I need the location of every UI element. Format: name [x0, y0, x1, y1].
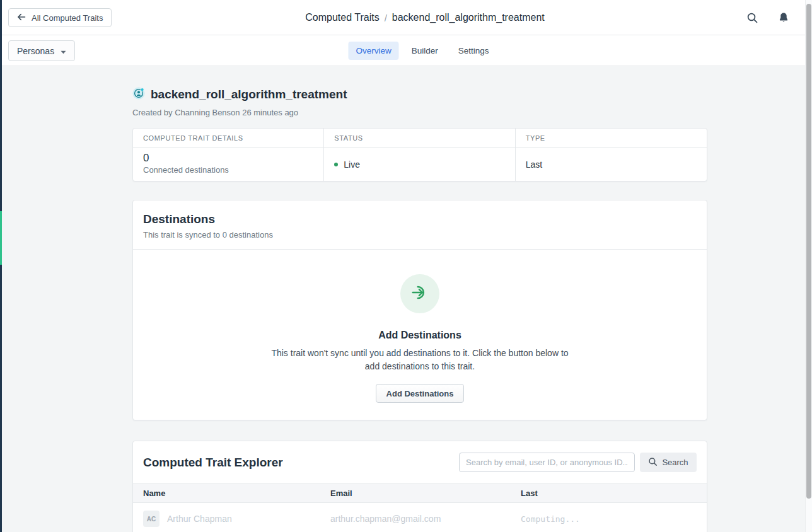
app-window: All Computed Traits Computed Traits / ba… [0, 0, 812, 532]
notifications-bell-icon[interactable] [777, 11, 790, 24]
column-header-last: Last [521, 489, 707, 498]
computed-trait-icon [132, 87, 145, 102]
breadcrumb-separator: / [385, 13, 387, 23]
tab-builder[interactable]: Builder [404, 42, 446, 60]
search-icon[interactable] [746, 11, 758, 24]
explorer-table-header: Name Email Last [133, 483, 707, 503]
tab-overview[interactable]: Overview [348, 42, 398, 60]
explorer-search-input[interactable] [459, 453, 635, 472]
empty-state-heading: Add Destinations [133, 330, 707, 341]
avatar: AC [143, 511, 160, 527]
trait-header: backend_roll_algorithm_treatment [132, 87, 707, 102]
top-bar: All Computed Traits Computed Traits / ba… [2, 0, 805, 35]
table-row[interactable]: AC Arthur Chapman arthur.chapman@gmail.c… [133, 503, 707, 532]
explorer-search-button[interactable]: Search [640, 453, 697, 472]
row-last-value: Computing... [521, 514, 707, 524]
back-to-all-computed-traits-button[interactable]: All Computed Traits [8, 8, 112, 27]
add-destinations-button[interactable]: Add Destinations [376, 384, 465, 403]
personas-workspace-dropdown[interactable]: Personas [8, 40, 75, 61]
details-header: COMPUTED TRAIT DETAILS [133, 129, 323, 148]
status-value: Live [344, 159, 360, 170]
page-scrollbar-thumb[interactable] [806, 4, 811, 499]
destinations-card: Destinations This trait is synced to 0 d… [132, 200, 707, 420]
destinations-subtitle: This trait is synced to 0 destinations [143, 230, 697, 240]
page-title: backend_roll_algorithm_treatment [151, 88, 347, 101]
status-header: STATUS [324, 129, 514, 148]
page-tabs: Overview Builder Settings [348, 35, 496, 66]
search-button-label: Search [662, 458, 688, 467]
destinations-empty-state: Add Destinations This trait won't sync u… [133, 250, 707, 420]
sidebar-active-indicator [0, 211, 2, 265]
destinations-title: Destinations [143, 212, 697, 226]
search-icon [648, 457, 658, 468]
computed-trait-explorer-card: Computed Trait Explorer Search Name Emai… [132, 441, 707, 532]
details-column: COMPUTED TRAIT DETAILS 0 Connected desti… [133, 129, 324, 181]
column-header-name: Name [143, 489, 330, 498]
breadcrumb-parent-link[interactable]: Computed Traits [305, 12, 379, 23]
main-content: backend_roll_algorithm_treatment Created… [132, 66, 707, 532]
status-column: STATUS Live [324, 129, 515, 181]
type-column: TYPE Last [516, 129, 707, 181]
type-header: TYPE [516, 129, 707, 148]
topbar-icon-group [746, 0, 790, 35]
breadcrumb-current: backend_roll_algorithm_treatment [392, 12, 545, 23]
empty-state-description: This trait won't sync until you add dest… [269, 347, 571, 373]
back-arrow-icon [17, 13, 26, 23]
connected-destinations-label: Connected destinations [143, 165, 313, 175]
explorer-header: Computed Trait Explorer Search [133, 441, 707, 483]
row-name: Arthur Chapman [167, 514, 232, 524]
tab-settings[interactable]: Settings [451, 42, 497, 60]
connected-destinations-count: 0 [143, 152, 313, 165]
collapsed-sidebar-bar[interactable] [0, 0, 2, 532]
breadcrumb: Computed Traits / backend_roll_algorithm… [305, 0, 544, 35]
page-scrollbar-track[interactable] [805, 0, 812, 532]
type-value: Last [526, 159, 542, 170]
chevron-down-icon [61, 46, 66, 56]
explorer-title: Computed Trait Explorer [143, 456, 459, 470]
arrow-into-circle-icon [410, 283, 429, 304]
live-status-dot-icon [334, 163, 338, 166]
add-destination-circle [400, 274, 439, 313]
secondary-nav-bar: Personas Overview Builder Settings [2, 35, 805, 66]
trait-details-table: COMPUTED TRAIT DETAILS 0 Connected desti… [132, 128, 707, 182]
trait-created-by: Created by Channing Benson 26 minutes ag… [132, 108, 707, 117]
personas-dropdown-label: Personas [17, 46, 54, 56]
row-email: arthur.chapman@gmail.com [330, 514, 521, 524]
column-header-email: Email [330, 489, 521, 498]
back-button-label: All Computed Traits [32, 13, 103, 23]
destinations-card-header: Destinations This trait is synced to 0 d… [133, 200, 707, 250]
